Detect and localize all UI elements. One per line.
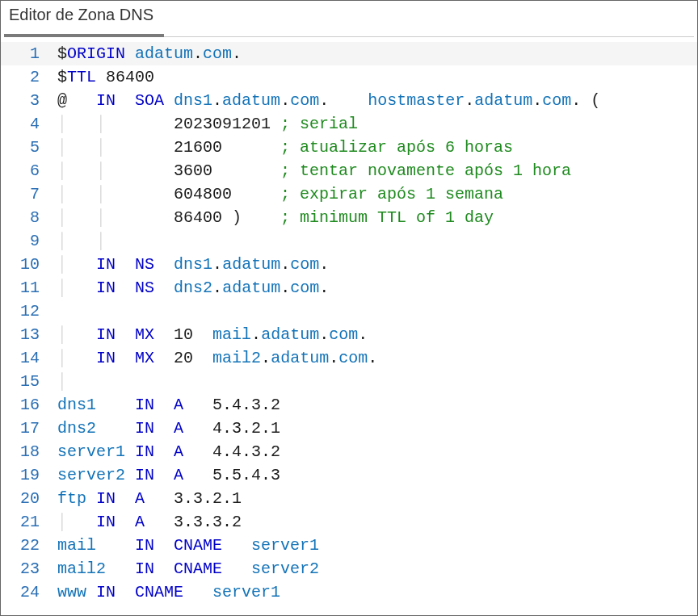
- line-content[interactable]: │ IN NS dns2.adatum.com.: [57, 276, 697, 300]
- token: com: [203, 44, 232, 63]
- line-content[interactable]: mail IN CNAME server1: [57, 534, 697, 557]
- token: IN: [135, 442, 154, 461]
- line-content[interactable]: │: [57, 370, 697, 393]
- code-line[interactable]: 10│ IN NS dns1.adatum.com.: [1, 253, 697, 276]
- line-content[interactable]: │ │ 3600 ; tentar novamente após 1 hora: [57, 159, 697, 182]
- token: adatum: [222, 91, 280, 110]
- token: dns2: [57, 419, 96, 438]
- token: │ │: [57, 185, 106, 203]
- code-line[interactable]: 11│ IN NS dns2.adatum.com.: [1, 276, 697, 300]
- token: MX: [135, 349, 154, 367]
- token: adatum: [271, 349, 329, 367]
- line-number: 4: [1, 112, 57, 136]
- code-line[interactable]: 13│ IN MX 10 mail.adatum.com.: [1, 323, 697, 346]
- code-line[interactable]: 20ftp IN A 3.3.2.1: [1, 487, 697, 510]
- code-line[interactable]: 6│ │ 3600 ; tentar novamente após 1 hora: [1, 159, 697, 182]
- line-number: 10: [1, 253, 57, 276]
- token: [154, 255, 174, 274]
- token: 2023091201: [106, 115, 280, 133]
- token: [154, 396, 174, 414]
- token: [125, 44, 135, 63]
- token: .: [261, 349, 271, 367]
- code-line[interactable]: 5│ │ 21600 ; atualizar após 6 horas: [1, 136, 697, 159]
- token: [116, 91, 135, 110]
- token: NS: [135, 255, 154, 274]
- token: .: [280, 255, 290, 274]
- token: [125, 466, 135, 484]
- line-number: 19: [1, 463, 57, 487]
- token: 5.4.3.2: [183, 396, 280, 414]
- code-line[interactable]: 3@ IN SOA dns1.adatum.com. hostmaster.ad…: [1, 89, 697, 112]
- code-line[interactable]: 23mail2 IN CNAME server2: [1, 557, 697, 580]
- token: .: [319, 325, 329, 344]
- token: TTL: [67, 68, 96, 86]
- token: 4.3.2.1: [183, 419, 280, 438]
- line-content[interactable]: www IN CNAME server1: [57, 580, 697, 604]
- token: │ │: [57, 138, 106, 157]
- token: IN: [96, 279, 116, 297]
- line-number: 22: [1, 534, 57, 557]
- code-line[interactable]: 9│ │: [1, 229, 697, 253]
- line-content[interactable]: dns2 IN A 4.3.2.1: [57, 417, 697, 440]
- code-line[interactable]: 2$TTL 86400: [1, 65, 697, 89]
- code-line[interactable]: 14│ IN MX 20 mail2.adatum.com.: [1, 346, 697, 370]
- token: [222, 559, 251, 578]
- code-editor[interactable]: 1$ORIGIN adatum.com.2$TTL 864003@ IN SOA…: [1, 37, 697, 604]
- code-line[interactable]: 8│ │ 86400 ) ; minimum TTL of 1 day: [1, 206, 697, 229]
- line-content[interactable]: │ │ 21600 ; atualizar após 6 horas: [57, 136, 697, 159]
- line-content[interactable]: │ │ 2023091201 ; serial: [57, 112, 697, 136]
- line-content[interactable]: @ IN SOA dns1.adatum.com. hostmaster.ada…: [57, 89, 697, 112]
- line-content[interactable]: server1 IN A 4.4.3.2: [57, 440, 697, 463]
- code-line[interactable]: 22mail IN CNAME server1: [1, 534, 697, 557]
- token: CNAME: [135, 583, 183, 601]
- token: com: [329, 325, 358, 344]
- code-line[interactable]: 19server2 IN A 5.5.4.3: [1, 463, 697, 487]
- code-line[interactable]: 7│ │ 604800 ; expirar após 1 semana: [1, 182, 697, 206]
- token: ; serial: [280, 115, 358, 133]
- token: [96, 396, 135, 414]
- code-line[interactable]: 18server1 IN A 4.4.3.2: [1, 440, 697, 463]
- line-content[interactable]: server2 IN A 5.5.4.3: [57, 463, 697, 487]
- token: │: [57, 325, 67, 344]
- line-content[interactable]: │ IN NS dns1.adatum.com.: [57, 253, 697, 276]
- token: 10: [154, 325, 212, 344]
- token: adatum: [135, 44, 193, 63]
- token: SOA: [135, 91, 164, 110]
- token: [116, 279, 135, 297]
- line-content[interactable]: │ IN MX 20 mail2.adatum.com.: [57, 346, 697, 370]
- line-content[interactable]: │ IN MX 10 mail.adatum.com.: [57, 323, 697, 346]
- code-line[interactable]: 21│ IN A 3.3.3.2: [1, 510, 697, 534]
- code-line[interactable]: 4│ │ 2023091201 ; serial: [1, 112, 697, 136]
- token: www: [57, 583, 86, 601]
- token: adatum: [222, 279, 280, 297]
- token: .: [251, 325, 261, 344]
- code-line[interactable]: 16dns1 IN A 5.4.3.2: [1, 393, 697, 417]
- line-content[interactable]: dns1 IN A 5.4.3.2: [57, 393, 697, 417]
- token: dns1: [174, 255, 212, 274]
- line-content[interactable]: $ORIGIN adatum.com.: [57, 42, 697, 65]
- code-line[interactable]: 15│: [1, 370, 697, 393]
- token: @: [57, 91, 96, 110]
- line-content[interactable]: $TTL 86400: [57, 65, 697, 89]
- token: 4.4.3.2: [183, 442, 280, 461]
- line-content[interactable]: [57, 300, 697, 323]
- code-line[interactable]: 24www IN CNAME server1: [1, 580, 697, 604]
- token: 5.5.4.3: [183, 466, 280, 484]
- token: 3.3.3.2: [145, 513, 242, 531]
- token: ; expirar após 1 semana: [280, 185, 503, 203]
- line-number: 13: [1, 323, 57, 346]
- code-line[interactable]: 12: [1, 300, 697, 323]
- token: adatum: [261, 325, 319, 344]
- token: .: [319, 255, 329, 274]
- line-content[interactable]: │ │: [57, 229, 697, 253]
- line-content[interactable]: │ │ 604800 ; expirar após 1 semana: [57, 182, 697, 206]
- code-line[interactable]: 17dns2 IN A 4.3.2.1: [1, 417, 697, 440]
- line-content[interactable]: mail2 IN CNAME server2: [57, 557, 697, 580]
- editor-title: Editor de Zona DNS: [1, 1, 697, 30]
- line-content[interactable]: │ IN A 3.3.3.2: [57, 510, 697, 534]
- code-line[interactable]: 1$ORIGIN adatum.com.: [1, 42, 697, 65]
- line-content[interactable]: │ │ 86400 ) ; minimum TTL of 1 day: [57, 206, 697, 229]
- token: .: [280, 91, 290, 110]
- line-number: 18: [1, 440, 57, 463]
- line-content[interactable]: ftp IN A 3.3.2.1: [57, 487, 697, 510]
